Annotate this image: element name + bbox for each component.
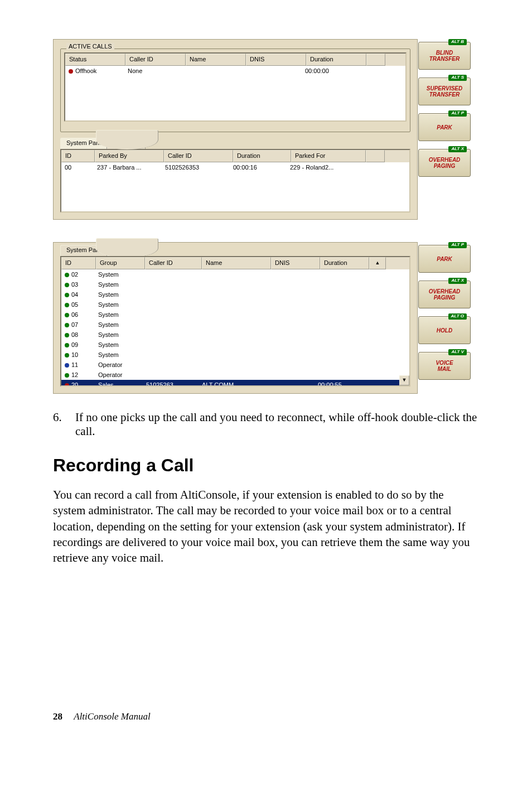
col-status[interactable]: Status <box>65 54 125 66</box>
status-dot-icon <box>65 343 69 347</box>
tab-system-park[interactable]: System Park <box>60 138 107 149</box>
status-dot-icon <box>65 283 69 287</box>
status-dot-icon <box>65 383 69 387</box>
status-dot-icon <box>65 333 69 337</box>
cell-dnis <box>267 340 315 350</box>
hold-button[interactable]: ALT O HOLD <box>418 316 471 344</box>
cell-id: 20 <box>71 382 78 387</box>
cell-name <box>199 370 267 380</box>
tab-line-park[interactable]: Line Park <box>107 138 145 149</box>
active-calls-label: ACTIVE CALLS <box>66 43 114 50</box>
cell-dnis <box>267 320 315 330</box>
col-group[interactable]: Group <box>96 257 145 269</box>
button-label: VOICE MAIL <box>436 360 453 372</box>
screenshot-active-calls-panel: ACTIVE CALLS Status Caller ID Name DNIS … <box>53 39 418 220</box>
cell-callerid: None <box>124 66 183 76</box>
cell-duration: 00:00:16 <box>230 162 287 172</box>
system-park-header: ID Parked By Caller ID Duration Parked F… <box>61 150 409 162</box>
line-park-row[interactable]: 11Operator <box>61 360 409 370</box>
cell-id: 07 <box>71 321 78 328</box>
cell-dnis <box>267 350 315 360</box>
line-park-row[interactable]: 03System <box>61 279 409 289</box>
line-park-row[interactable]: 07System <box>61 320 409 330</box>
col-name[interactable]: Name <box>186 54 246 66</box>
col-duration[interactable]: Duration <box>306 54 366 66</box>
park-button[interactable]: ALT P PARK <box>418 245 471 273</box>
cell-callerid <box>143 289 199 300</box>
cell-group: System <box>95 300 143 310</box>
col-callerid[interactable]: Caller ID <box>145 257 202 269</box>
status-dot-icon <box>69 69 73 74</box>
line-park-row[interactable]: 08System <box>61 330 409 340</box>
cell-duration <box>315 370 362 380</box>
line-park-row[interactable]: 09System <box>61 340 409 350</box>
cell-duration <box>315 330 362 340</box>
status-dot-icon <box>65 373 69 378</box>
system-park-row[interactable]: 00 237 - Barbara ... 5102526353 00:00:16… <box>61 162 409 172</box>
cell-callerid: 5102526353 <box>162 162 230 172</box>
active-calls-header: Status Caller ID Name DNIS Duration <box>65 54 405 66</box>
col-dnis[interactable]: DNIS <box>271 257 320 269</box>
cell-duration <box>315 310 362 320</box>
col-id[interactable]: ID <box>61 150 95 162</box>
cell-callerid <box>143 269 199 279</box>
col-parkedfor[interactable]: Parked For <box>291 150 366 162</box>
line-park-row[interactable]: 06System <box>61 310 409 320</box>
line-park-row[interactable]: 05System <box>61 300 409 310</box>
cell-id: 05 <box>71 301 78 308</box>
status-dot-icon <box>65 323 69 327</box>
col-dnis[interactable]: DNIS <box>246 54 306 66</box>
supervised-transfer-button[interactable]: ALT S SUPERVISED TRANSFER <box>418 78 471 105</box>
cell-group: System <box>95 320 143 330</box>
cell-dnis <box>267 310 315 320</box>
active-call-row[interactable]: Offhook None 00:00:00 <box>65 66 405 76</box>
cell-callerid: 51025263... <box>143 380 199 387</box>
line-park-row[interactable]: 12Operator <box>61 370 409 380</box>
overhead-paging-button[interactable]: ALT X OVERHEAD PAGING <box>418 281 471 308</box>
tab-line-park[interactable]: Line Park <box>107 245 145 256</box>
park-button[interactable]: ALT P PARK <box>418 113 471 141</box>
cell-callerid <box>143 279 199 289</box>
cell-group: System <box>95 340 143 350</box>
tab-system-park[interactable]: System Park <box>60 245 107 256</box>
cell-id: 00 <box>61 162 94 172</box>
col-callerid[interactable]: Caller ID <box>125 54 186 66</box>
alt-badge: ALT O <box>448 313 467 320</box>
button-label: PARK <box>437 124 452 131</box>
col-name[interactable]: Name <box>202 257 271 269</box>
cell-group: System <box>95 269 143 279</box>
col-duration[interactable]: Duration <box>233 150 291 162</box>
line-park-row[interactable]: 04System <box>61 289 409 300</box>
voice-mail-button[interactable]: ALT V VOICE MAIL <box>418 352 471 380</box>
cell-name: ALT COMM... <box>199 380 267 387</box>
page-footer: 28 AltiConsole Manual <box>53 711 479 722</box>
scroll-up-icon[interactable]: ▲ <box>369 257 386 269</box>
cell-group: Operator <box>95 360 143 370</box>
button-label: OVERHEAD PAGING <box>429 288 461 301</box>
overhead-paging-button[interactable]: ALT X OVERHEAD PAGING <box>418 149 471 177</box>
cell-name <box>199 310 267 320</box>
line-park-row[interactable]: 02System <box>61 269 409 279</box>
cell-dnis <box>267 370 315 380</box>
cell-dnis <box>267 330 315 340</box>
cell-status: Offhook <box>75 67 96 74</box>
col-callerid[interactable]: Caller ID <box>164 150 233 162</box>
button-label: PARK <box>437 256 452 262</box>
screenshot-line-park-panel: System Park Line Park ID Group Caller ID… <box>53 242 418 394</box>
recording-paragraph: You can record a call from AltiConsole, … <box>53 487 479 566</box>
line-park-row[interactable]: 10System <box>61 350 409 360</box>
cell-group: Sales <box>95 380 143 387</box>
step-text: If no one picks up the call and you need… <box>75 411 479 438</box>
button-label: OVERHEAD PAGING <box>429 157 461 169</box>
cell-group: System <box>95 310 143 320</box>
col-parkedby[interactable]: Parked By <box>95 150 164 162</box>
blind-transfer-button[interactable]: ALT B BLIND TRANSFER <box>418 42 471 70</box>
cell-group: System <box>95 279 143 289</box>
line-park-row[interactable]: 20Sales51025263...ALT COMM...00:00:55 <box>61 380 409 387</box>
cell-id: 11 <box>71 361 78 368</box>
cell-parkedfor: 229 - Roland2... <box>287 162 360 172</box>
col-duration[interactable]: Duration <box>320 257 369 269</box>
status-dot-icon <box>65 353 69 358</box>
col-id[interactable]: ID <box>61 257 96 269</box>
scroll-down-icon[interactable]: ▼ <box>399 375 409 385</box>
